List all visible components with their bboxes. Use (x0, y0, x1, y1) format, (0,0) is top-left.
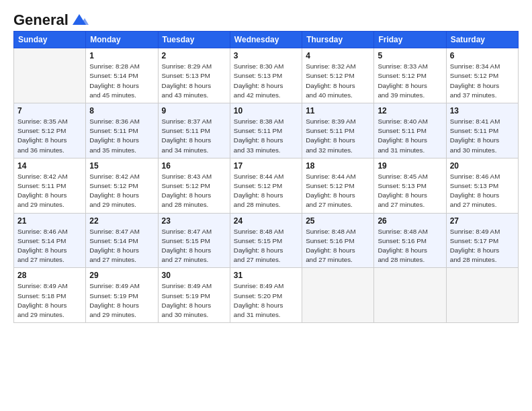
day-info: Sunrise: 8:30 AM Sunset: 5:13 PM Dayligh… (234, 62, 298, 100)
day-info: Sunrise: 8:36 AM Sunset: 5:11 PM Dayligh… (89, 117, 154, 155)
calendar-cell: 1Sunrise: 8:28 AM Sunset: 5:14 PM Daylig… (86, 48, 158, 103)
day-number: 31 (234, 271, 298, 280)
day-info: Sunrise: 8:48 AM Sunset: 5:16 PM Dayligh… (378, 227, 442, 265)
day-info: Sunrise: 8:34 AM Sunset: 5:12 PM Dayligh… (450, 62, 515, 100)
calendar-cell: 31Sunrise: 8:49 AM Sunset: 5:20 PM Dayli… (230, 268, 302, 323)
calendar-cell (14, 48, 86, 103)
day-info: Sunrise: 8:39 AM Sunset: 5:11 PM Dayligh… (306, 117, 370, 155)
calendar-cell: 16Sunrise: 8:43 AM Sunset: 5:12 PM Dayli… (158, 158, 230, 213)
weekday-header-sunday: Sunday (14, 32, 86, 48)
calendar-cell: 23Sunrise: 8:47 AM Sunset: 5:15 PM Dayli… (158, 213, 230, 268)
week-row-3: 14Sunrise: 8:42 AM Sunset: 5:11 PM Dayli… (14, 158, 519, 213)
day-info: Sunrise: 8:45 AM Sunset: 5:13 PM Dayligh… (378, 172, 442, 210)
day-number: 20 (450, 161, 515, 171)
calendar-table: SundayMondayTuesdayWednesdayThursdayFrid… (13, 31, 519, 323)
calendar-cell: 5Sunrise: 8:33 AM Sunset: 5:12 PM Daylig… (374, 48, 446, 103)
day-info: Sunrise: 8:47 AM Sunset: 5:15 PM Dayligh… (162, 227, 226, 265)
calendar-cell (302, 268, 374, 323)
day-number: 23 (162, 216, 226, 226)
calendar-cell: 27Sunrise: 8:49 AM Sunset: 5:17 PM Dayli… (446, 213, 518, 268)
day-number: 27 (450, 216, 515, 226)
calendar-cell: 19Sunrise: 8:45 AM Sunset: 5:13 PM Dayli… (374, 158, 446, 213)
weekday-header-thursday: Thursday (302, 32, 374, 48)
day-info: Sunrise: 8:46 AM Sunset: 5:14 PM Dayligh… (17, 227, 82, 265)
calendar-cell: 25Sunrise: 8:48 AM Sunset: 5:16 PM Dayli… (302, 213, 374, 268)
calendar-cell: 17Sunrise: 8:44 AM Sunset: 5:12 PM Dayli… (230, 158, 302, 213)
day-info: Sunrise: 8:40 AM Sunset: 5:11 PM Dayligh… (378, 117, 442, 155)
day-info: Sunrise: 8:49 AM Sunset: 5:19 PM Dayligh… (162, 281, 226, 320)
day-info: Sunrise: 8:41 AM Sunset: 5:11 PM Dayligh… (450, 117, 515, 155)
day-info: Sunrise: 8:43 AM Sunset: 5:12 PM Dayligh… (162, 172, 226, 210)
day-number: 15 (89, 161, 154, 171)
page: General SundayMondayTuesdayWednesdayThur… (0, 0, 532, 411)
day-info: Sunrise: 8:35 AM Sunset: 5:12 PM Dayligh… (17, 117, 82, 155)
calendar-cell: 6Sunrise: 8:34 AM Sunset: 5:12 PM Daylig… (446, 48, 518, 103)
calendar-cell: 21Sunrise: 8:46 AM Sunset: 5:14 PM Dayli… (14, 213, 86, 268)
logo-text: General (13, 12, 69, 28)
calendar-cell: 20Sunrise: 8:46 AM Sunset: 5:13 PM Dayli… (446, 158, 518, 213)
day-number: 12 (378, 106, 442, 116)
logo-icon (70, 13, 89, 26)
day-info: Sunrise: 8:28 AM Sunset: 5:14 PM Dayligh… (89, 62, 154, 100)
day-info: Sunrise: 8:49 AM Sunset: 5:18 PM Dayligh… (17, 281, 82, 320)
header: General (13, 12, 519, 26)
weekday-header-tuesday: Tuesday (158, 32, 230, 48)
calendar-cell: 2Sunrise: 8:29 AM Sunset: 5:13 PM Daylig… (158, 48, 230, 103)
day-info: Sunrise: 8:42 AM Sunset: 5:12 PM Dayligh… (89, 172, 154, 210)
day-info: Sunrise: 8:46 AM Sunset: 5:13 PM Dayligh… (450, 172, 515, 210)
week-row-5: 28Sunrise: 8:49 AM Sunset: 5:18 PM Dayli… (14, 268, 519, 323)
day-info: Sunrise: 8:49 AM Sunset: 5:17 PM Dayligh… (450, 227, 515, 265)
calendar-cell: 9Sunrise: 8:37 AM Sunset: 5:11 PM Daylig… (158, 103, 230, 158)
day-number: 3 (234, 51, 298, 60)
calendar-cell: 26Sunrise: 8:48 AM Sunset: 5:16 PM Dayli… (374, 213, 446, 268)
day-number: 7 (17, 106, 82, 116)
calendar-cell: 10Sunrise: 8:38 AM Sunset: 5:11 PM Dayli… (230, 103, 302, 158)
day-info: Sunrise: 8:44 AM Sunset: 5:12 PM Dayligh… (234, 172, 298, 210)
day-number: 17 (234, 161, 298, 171)
calendar-cell: 18Sunrise: 8:44 AM Sunset: 5:12 PM Dayli… (302, 158, 374, 213)
calendar-cell: 7Sunrise: 8:35 AM Sunset: 5:12 PM Daylig… (14, 103, 86, 158)
day-number: 14 (17, 161, 82, 171)
day-number: 6 (450, 51, 515, 60)
day-number: 21 (17, 216, 82, 226)
calendar-cell: 28Sunrise: 8:49 AM Sunset: 5:18 PM Dayli… (14, 268, 86, 323)
day-info: Sunrise: 8:44 AM Sunset: 5:12 PM Dayligh… (306, 172, 370, 210)
week-row-4: 21Sunrise: 8:46 AM Sunset: 5:14 PM Dayli… (14, 213, 519, 268)
weekday-header-row: SundayMondayTuesdayWednesdayThursdayFrid… (14, 32, 519, 48)
day-number: 10 (234, 106, 298, 116)
weekday-header-monday: Monday (86, 32, 158, 48)
calendar-cell: 29Sunrise: 8:49 AM Sunset: 5:19 PM Dayli… (86, 268, 158, 323)
day-info: Sunrise: 8:32 AM Sunset: 5:12 PM Dayligh… (306, 62, 370, 100)
day-number: 29 (89, 271, 154, 280)
day-number: 5 (378, 51, 442, 60)
weekday-header-saturday: Saturday (446, 32, 518, 48)
calendar-cell: 11Sunrise: 8:39 AM Sunset: 5:11 PM Dayli… (302, 103, 374, 158)
day-number: 28 (17, 271, 82, 280)
day-info: Sunrise: 8:37 AM Sunset: 5:11 PM Dayligh… (162, 117, 226, 155)
day-number: 26 (378, 216, 442, 226)
day-number: 1 (89, 51, 154, 60)
calendar-cell (374, 268, 446, 323)
day-info: Sunrise: 8:48 AM Sunset: 5:15 PM Dayligh… (234, 227, 298, 265)
day-info: Sunrise: 8:42 AM Sunset: 5:11 PM Dayligh… (17, 172, 82, 210)
day-info: Sunrise: 8:48 AM Sunset: 5:16 PM Dayligh… (306, 227, 370, 265)
calendar-cell: 3Sunrise: 8:30 AM Sunset: 5:13 PM Daylig… (230, 48, 302, 103)
day-number: 2 (162, 51, 226, 60)
weekday-header-friday: Friday (374, 32, 446, 48)
day-number: 9 (162, 106, 226, 116)
day-number: 22 (89, 216, 154, 226)
day-info: Sunrise: 8:49 AM Sunset: 5:20 PM Dayligh… (234, 281, 298, 320)
calendar-cell (446, 268, 518, 323)
day-number: 13 (450, 106, 515, 116)
calendar-cell: 12Sunrise: 8:40 AM Sunset: 5:11 PM Dayli… (374, 103, 446, 158)
day-number: 30 (162, 271, 226, 280)
calendar-cell: 13Sunrise: 8:41 AM Sunset: 5:11 PM Dayli… (446, 103, 518, 158)
day-info: Sunrise: 8:49 AM Sunset: 5:19 PM Dayligh… (89, 281, 154, 320)
day-number: 4 (306, 51, 370, 60)
day-info: Sunrise: 8:29 AM Sunset: 5:13 PM Dayligh… (162, 62, 226, 100)
day-info: Sunrise: 8:47 AM Sunset: 5:14 PM Dayligh… (89, 227, 154, 265)
calendar-cell: 15Sunrise: 8:42 AM Sunset: 5:12 PM Dayli… (86, 158, 158, 213)
calendar-cell: 30Sunrise: 8:49 AM Sunset: 5:19 PM Dayli… (158, 268, 230, 323)
day-number: 18 (306, 161, 370, 171)
calendar-cell: 22Sunrise: 8:47 AM Sunset: 5:14 PM Dayli… (86, 213, 158, 268)
